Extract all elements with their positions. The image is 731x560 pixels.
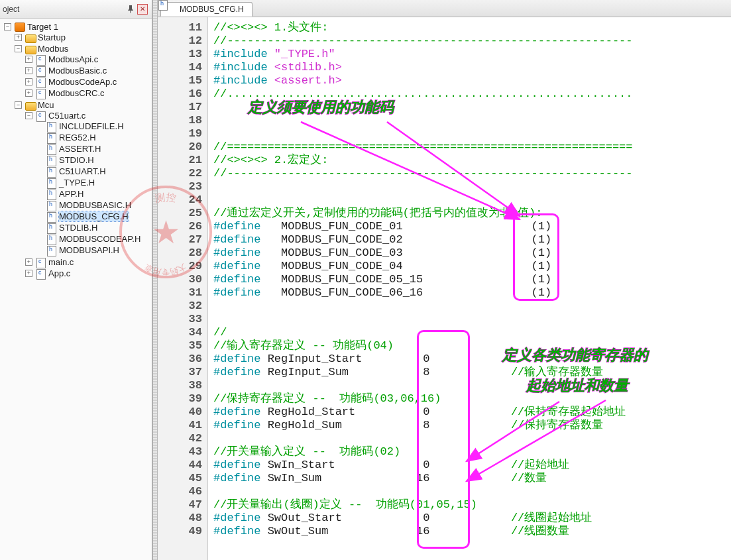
pin-icon[interactable] <box>125 4 136 15</box>
collapse-icon[interactable]: − <box>25 112 32 119</box>
tree-item-label: C51UART.H <box>59 166 106 176</box>
tree-item[interactable]: −Mcu <box>15 100 152 110</box>
editor-tab-active[interactable]: MODBUS_CFG.H <box>160 2 253 17</box>
editor-tab-label: MODBUS_CFG.H <box>180 5 244 14</box>
line-number: 47 <box>158 498 202 512</box>
expander-blank <box>36 123 43 130</box>
expander-blank <box>36 201 43 209</box>
line-number: 29 <box>158 260 202 273</box>
hfile-icon <box>46 212 57 221</box>
hfile-icon <box>46 201 57 210</box>
tree-item[interactable]: +ModbusCRC.c <box>25 88 152 98</box>
line-number: 21 <box>158 154 202 167</box>
tree-item[interactable]: C51UART.H <box>36 166 152 176</box>
expand-icon[interactable]: + <box>25 89 32 97</box>
tree-item[interactable]: _TYPE.H <box>36 178 152 188</box>
tree-item[interactable]: MODBUS_CFG.H <box>36 211 152 221</box>
expander-blank <box>36 235 43 243</box>
source-code[interactable]: //<><><> 1.头文件: //----------------------… <box>208 17 731 560</box>
folder-icon <box>25 44 36 54</box>
collapse-icon[interactable]: − <box>15 45 22 52</box>
project-icon <box>15 23 25 32</box>
tree-item[interactable]: −Modbus <box>15 44 152 54</box>
line-number: 28 <box>158 247 202 260</box>
hfile-icon <box>166 5 176 14</box>
line-number: 45 <box>158 472 202 485</box>
tree-root[interactable]: −Target 1 <box>4 22 152 32</box>
expand-icon[interactable]: + <box>25 67 32 74</box>
tree-item[interactable]: STDLIB.H <box>36 223 152 233</box>
tree-item-label: Startup <box>38 32 66 42</box>
tree-item-label: STDLIB.H <box>59 223 98 233</box>
line-number: 40 <box>158 406 202 419</box>
tree-item-label: STDIO.H <box>59 155 94 165</box>
line-number: 19 <box>158 127 202 140</box>
expander-blank <box>36 213 43 220</box>
tree-item-label: MODBUSCODEAP.H <box>59 234 141 244</box>
cfile-icon <box>36 89 46 98</box>
folder-icon <box>25 33 36 42</box>
tree-item[interactable]: +Startup <box>15 32 152 42</box>
tree-item[interactable]: +main.c <box>25 257 152 267</box>
line-number: 22 <box>158 167 202 180</box>
expand-icon[interactable]: + <box>25 78 32 85</box>
tree-item[interactable]: +ModbusApi.c <box>25 54 152 64</box>
cfile-icon <box>36 111 46 121</box>
tree-item[interactable]: +ModbusCodeAp.c <box>25 77 152 87</box>
expand-icon[interactable]: + <box>25 270 32 277</box>
editor-tabbar: MODBUS_CFG.H <box>158 0 731 17</box>
tree-item-label: ModbusBasic.c <box>48 66 107 76</box>
line-number: 42 <box>158 432 202 445</box>
hfile-icon <box>46 156 57 165</box>
tree-item-label: REG52.H <box>59 133 96 142</box>
expander-blank <box>36 224 43 231</box>
tree-item[interactable]: MODBUSBASIC.H <box>36 200 152 210</box>
tree-item[interactable]: INCLUDEFILE.H <box>36 121 152 131</box>
panel-splitter[interactable] <box>152 0 158 560</box>
line-number: 27 <box>158 233 202 247</box>
line-number: 18 <box>158 114 202 127</box>
line-number: 12 <box>158 34 202 48</box>
tree-item[interactable]: APP.H <box>36 189 152 199</box>
tree-item-label: INCLUDEFILE.H <box>59 121 124 131</box>
tree-item[interactable]: STDIO.H <box>36 155 152 165</box>
line-number: 23 <box>158 180 202 194</box>
close-panel-button[interactable]: ✕ <box>137 4 148 15</box>
expand-icon[interactable]: + <box>15 34 22 41</box>
tree-item[interactable]: +ModbusBasic.c <box>25 66 152 76</box>
hfile-icon <box>46 246 57 255</box>
cfile-icon <box>36 66 46 76</box>
tree-item[interactable]: MODBUSCODEAP.H <box>36 234 152 244</box>
tree-item-label: Modbus <box>38 44 68 54</box>
hfile-icon <box>46 133 57 142</box>
expander-blank <box>36 168 43 175</box>
tree-item[interactable]: MODBUSAPI.H <box>36 245 152 255</box>
project-tree[interactable]: −Target 1+Startup−Modbus+ModbusApi.c+Mod… <box>0 19 152 283</box>
line-number: 32 <box>158 300 202 313</box>
project-panel-header: oject ✕ <box>0 0 152 19</box>
line-number: 35 <box>158 339 202 353</box>
collapse-icon[interactable]: − <box>15 101 22 109</box>
line-number: 13 <box>158 48 202 61</box>
expander-blank <box>36 156 43 164</box>
tree-item-label: C51uart.c <box>48 111 85 121</box>
tree-item[interactable]: −C51uart.c <box>25 111 152 121</box>
expander-blank <box>36 247 43 254</box>
line-gutter: 1112131415161718192021222324252627282930… <box>158 17 208 560</box>
tree-item-label: MODBUS_CFG.H <box>59 211 129 221</box>
tree-item[interactable]: REG52.H <box>36 133 152 142</box>
tree-item-label: ModbusCodeAp.c <box>48 77 117 87</box>
tree-item[interactable]: ASSERT.H <box>36 144 152 154</box>
collapse-icon[interactable]: − <box>4 23 11 30</box>
expand-icon[interactable]: + <box>25 258 32 266</box>
tree-item-label: Mcu <box>38 100 54 110</box>
line-number: 31 <box>158 286 202 300</box>
tree-item-label: App.c <box>48 268 70 278</box>
project-panel-title: oject <box>3 5 124 14</box>
expand-icon[interactable]: + <box>25 56 32 63</box>
line-number: 34 <box>158 326 202 339</box>
editor-area: MODBUS_CFG.H 111213141516171819202122232… <box>158 0 731 560</box>
tree-item-label: APP.H <box>59 189 84 199</box>
folder-icon <box>25 101 36 110</box>
tree-item[interactable]: +App.c <box>25 268 152 278</box>
